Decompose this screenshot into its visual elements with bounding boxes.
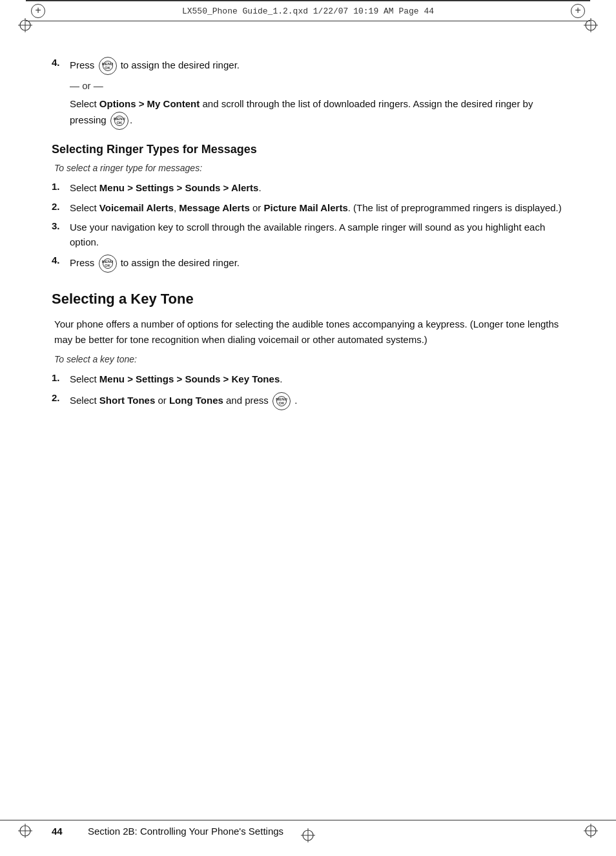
section1-heading: Selecting Ringer Types for Messages (52, 143, 564, 156)
section2-body: Your phone offers a number of options fo… (54, 317, 564, 348)
section2-step2-number: 2. (52, 392, 70, 403)
section1-step2-body: Select Voicemail Alerts, Message Alerts … (70, 201, 564, 216)
section1-step4-body: Press MENUOK to assign the desired ringe… (70, 255, 564, 273)
footer-section-text: Section 2B: Controlling Your Phone's Set… (88, 826, 283, 837)
step-4-intro-body: Press MENUOK to assign the desired ringe… (70, 57, 564, 75)
section2-step2-bold1: Short Tones (99, 394, 155, 405)
footer: 44 Section 2B: Controlling Your Phone's … (0, 820, 616, 837)
section1-step1: 1. Select Menu > Settings > Sounds > Ale… (52, 181, 564, 196)
section2-step2: 2. Select Short Tones or Long Tones and … (52, 392, 564, 410)
select-prefix: Select (70, 98, 99, 109)
section1-subheading: To select a ringer type for messages: (54, 163, 564, 173)
section1-step2-bold2: Message Alerts (179, 202, 250, 213)
step-4-intro: 4. Press MENUOK to assign the desired ri… (52, 57, 564, 75)
select-bold: Options > My Content (99, 98, 200, 109)
section1-step3-body: Use your navigation key to scroll throug… (70, 220, 564, 249)
header-bar: LX550_Phone Guide_1.2.qxd 1/22/07 10:19 … (26, 0, 590, 21)
section1-step4: 4. Press MENUOK to assign the desired ri… (52, 255, 564, 273)
section2-step1-number: 1. (52, 372, 70, 383)
step-4-suffix-text: to assign the desired ringer. (121, 59, 240, 70)
section2-step1-bold: Menu > Settings > Sounds > Key Tones (99, 373, 280, 384)
section1-step2-bold3: Picture Mail Alerts (263, 202, 347, 213)
header-crosshair-right (571, 4, 585, 18)
crosshair-top-right (584, 18, 598, 32)
menu-ok-icon-1: MENUOK (98, 57, 118, 75)
menu-ok-icon-3: MENUOK (98, 255, 118, 273)
section1-step4-press: Press (70, 257, 94, 268)
crosshair-top-left (18, 18, 32, 32)
section1-step1-bold: Menu > Settings > Sounds > Alerts (99, 182, 259, 193)
select-options-block: Select Options > My Content and scroll t… (70, 96, 564, 130)
menu-ok-icon-2: MENUOK (109, 112, 130, 130)
or-line: — or — (70, 80, 564, 91)
page-container: LX550_Phone Guide_1.2.qxd 1/22/07 10:19 … (0, 0, 616, 856)
header-crosshair-left (31, 4, 45, 18)
menu-ok-icon-4: MENUOK (271, 392, 292, 410)
footer-page-number: 44 (52, 826, 77, 837)
section1-step3: 3. Use your navigation key to scroll thr… (52, 220, 564, 249)
step-4-intro-number: 4. (52, 57, 70, 68)
section1-step2: 2. Select Voicemail Alerts, Message Aler… (52, 201, 564, 216)
section1-step2-number: 2. (52, 201, 70, 212)
section1-step1-body: Select Menu > Settings > Sounds > Alerts… (70, 181, 564, 196)
section1-step1-number: 1. (52, 181, 70, 192)
step-4-press-text: Press (70, 59, 94, 70)
section2-step2-bold2: Long Tones (169, 394, 223, 405)
section2-step2-body: Select Short Tones or Long Tones and pre… (70, 392, 564, 410)
section1-step4-number: 4. (52, 255, 70, 266)
section2-subheading: To select a key tone: (54, 354, 564, 364)
section1-step3-number: 3. (52, 220, 70, 231)
section1-step4-suffix: to assign the desired ringer. (121, 257, 240, 268)
section2-heading: Selecting a Key Tone (52, 291, 564, 308)
section1-step2-bold1: Voicemail Alerts (99, 202, 174, 213)
section2-step1: 1. Select Menu > Settings > Sounds > Key… (52, 372, 564, 387)
section2-step1-body: Select Menu > Settings > Sounds > Key To… (70, 372, 564, 387)
header-text: LX550_Phone Guide_1.2.qxd 1/22/07 10:19 … (182, 6, 434, 16)
content-area: 4. Press MENUOK to assign the desired ri… (52, 21, 564, 467)
